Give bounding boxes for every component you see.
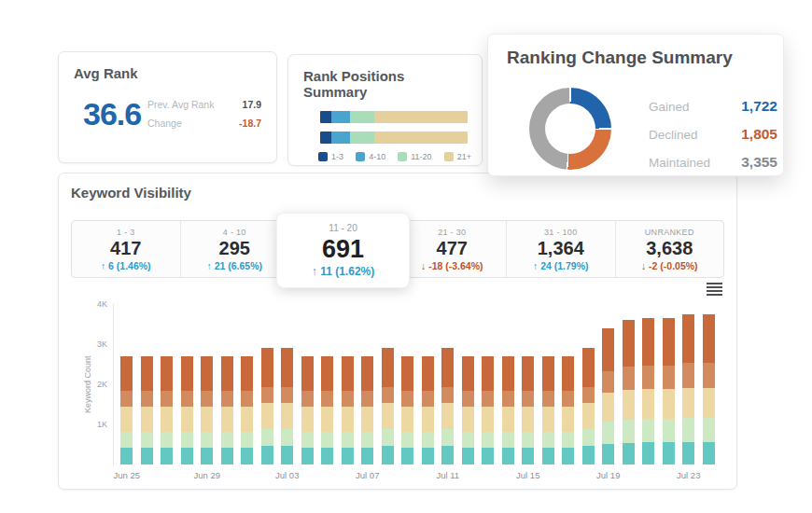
segment-teal [703,442,715,464]
segment-green [703,418,715,442]
stacked-bar-Jul02 [261,348,273,464]
segment-salmon [161,391,173,407]
stacked-bar-Jul01 [241,356,253,464]
avg-rank-body: 36.6 Prev. Avg Rank17.9Change-18.7 [74,96,261,132]
rank-positions-bar [320,132,468,144]
tab-bucket-4-10[interactable]: 4 - 10295↑ 21 (6.65%) [181,221,290,277]
ranking-change-row: Gained1,722 [649,92,777,120]
legend-swatch [356,152,365,161]
y-axis-tick: 2K [76,380,107,389]
segment-orange [281,348,293,387]
segment-green [602,422,614,444]
segment-green [542,432,554,448]
stacked-bar-Jul11 [441,348,454,464]
segment-salmon [281,387,293,403]
segment-orange [502,356,514,391]
active-tab-count: 691 [322,236,364,262]
segment-tan [623,390,635,420]
chart-menu-icon[interactable] [707,283,722,296]
segment-orange [221,356,233,391]
segment-salmon [703,363,715,388]
stacked-bar-Jun25 [120,356,133,464]
segment-tan [422,407,434,432]
avg-rank-row: Change-18.7 [147,115,261,132]
segment-salmon [120,391,133,407]
segment-teal [141,448,153,464]
segment-salmon [261,387,273,403]
segment-green [221,432,233,448]
tab-range: 31 - 100 [544,228,577,237]
segment-tan [141,407,153,432]
segment-teal [261,446,273,464]
segment-green [120,432,133,448]
segment-orange [321,356,333,391]
segment-tan [120,407,133,432]
segment-salmon [321,391,333,407]
segment-orange [382,348,394,387]
segment-tan [181,407,193,432]
stacked-bar-Jul05 [321,356,333,464]
stacked-bar-Jul10 [422,356,434,464]
segment-orange [663,318,675,366]
bar-segment-1-3 [320,111,331,123]
segment-orange [602,328,614,371]
segment-tan [703,388,715,418]
segment-tan [482,407,494,432]
segment-orange [201,356,213,391]
x-axis-tick: Jun 25 [99,470,155,480]
segment-salmon [562,391,574,407]
segment-green [642,419,654,442]
tab-change: ↑ 6 (1.46%) [101,260,151,271]
segment-orange [482,356,494,391]
segment-salmon [241,391,253,407]
segment-teal [401,448,413,464]
segment-green [582,429,595,446]
segment-orange [522,356,534,391]
tab-bucket-21-30[interactable]: 21 - 30477↓ -18 (-3.64%) [399,221,508,277]
stacked-bar-Jun29 [201,356,213,464]
tab-range: 1 - 3 [117,228,135,237]
active-tab-change: ↑ 11 (1.62%) [312,265,374,278]
segment-tan [342,407,354,432]
avg-rank-row-label: Prev. Avg Rank [147,96,214,114]
segment-green [161,432,173,448]
stacked-bar-Jul07 [361,356,373,464]
segment-green [361,432,373,448]
segment-salmon [542,391,554,407]
ranking-change-legend: Gained1,722Declined1,805Maintained3,355 [649,92,777,177]
tab-count: 1,364 [538,239,584,258]
avg-rank-card: Avg Rank 36.6 Prev. Avg Rank17.9Change-1… [58,51,277,163]
tab-active-bucket[interactable]: 11 - 20691↑ 11 (1.62%) [276,213,410,288]
x-axis-tick: Jul 19 [581,470,637,480]
legend-swatch [318,152,328,161]
seo-dashboard: Avg Rank 36.6 Prev. Avg Rank17.9Change-1… [0,0,812,513]
stacked-bar-Jul15 [522,356,534,464]
segment-salmon [141,391,153,407]
tab-bucket-UNRANKED[interactable]: UNRANKED3,638↓ -2 (-0.05%) [616,221,724,277]
bar-segment-21+ [374,132,468,144]
x-axis-tick: Jul 07 [340,470,396,480]
stacked-bar-Jun30 [221,356,233,464]
segment-orange [361,356,373,391]
segment-teal [522,448,534,464]
tab-count: 417 [110,239,141,258]
segment-green [562,432,574,448]
x-axis-tick: Jul 11 [420,470,476,480]
legend-item: 21+ [444,152,471,161]
active-tab-range: 11 - 20 [329,223,357,233]
stacked-bar-Jul20 [623,320,635,464]
y-axis-tick: 3K [76,340,107,349]
segment-teal [623,443,635,464]
segment-orange [422,356,434,391]
tab-bucket-1-3[interactable]: 1 - 3417↑ 6 (1.46%) [72,221,181,277]
bar-segment-11-20 [350,132,374,144]
segment-salmon [522,391,534,407]
stacked-bar-Jul16 [542,356,554,464]
segment-teal [582,446,595,464]
stacked-bar-Jul08 [382,348,394,464]
segment-orange [542,356,554,391]
segment-teal [321,448,333,464]
segment-green [682,418,694,442]
segment-teal [161,448,173,464]
tab-bucket-31-100[interactable]: 31 - 1001,364↑ 24 (1.79%) [507,221,616,277]
